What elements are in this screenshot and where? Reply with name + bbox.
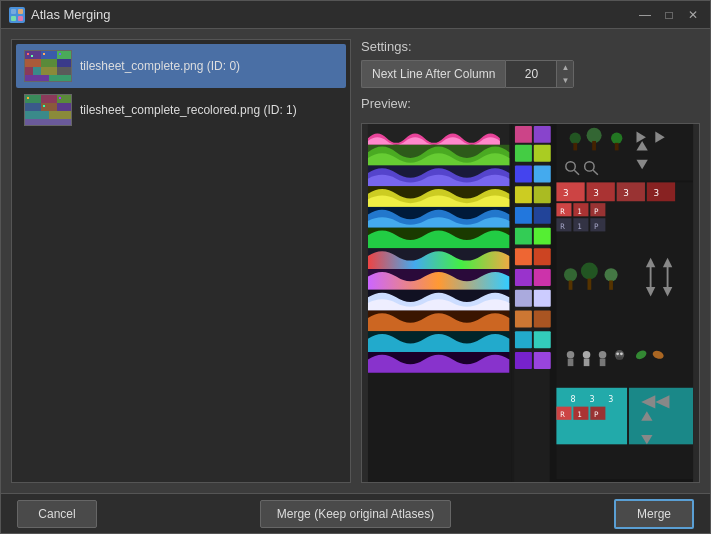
svg-point-127 [581, 262, 598, 279]
svg-rect-80 [515, 269, 532, 286]
svg-point-139 [583, 351, 591, 359]
svg-rect-19 [43, 53, 45, 55]
svg-rect-51 [573, 143, 577, 151]
svg-rect-16 [49, 75, 72, 82]
svg-rect-92 [587, 182, 615, 201]
svg-point-125 [564, 268, 577, 281]
window: Atlas Merging — □ ✕ [0, 0, 711, 534]
svg-rect-68 [515, 145, 532, 162]
svg-rect-27 [57, 103, 72, 111]
app-icon [9, 7, 25, 23]
svg-rect-140 [584, 359, 590, 367]
svg-point-129 [604, 268, 617, 281]
settings-row: Next Line After Column ▲ ▼ [361, 60, 700, 88]
svg-rect-72 [515, 186, 532, 203]
svg-rect-89 [534, 352, 551, 369]
svg-rect-90 [556, 182, 584, 201]
svg-rect-88 [515, 352, 532, 369]
svg-rect-84 [515, 311, 532, 328]
svg-rect-87 [534, 331, 551, 348]
setting-value-input[interactable] [506, 67, 556, 81]
svg-rect-8 [25, 59, 41, 67]
list-item[interactable]: tilesheet_complete_recolored.png (ID: 1) [16, 88, 346, 132]
minimize-button[interactable]: — [636, 6, 654, 24]
close-button[interactable]: ✕ [684, 6, 702, 24]
svg-rect-32 [43, 105, 45, 107]
svg-rect-3 [18, 16, 23, 21]
svg-rect-13 [41, 67, 57, 75]
svg-rect-77 [534, 228, 551, 245]
svg-rect-73 [534, 186, 551, 203]
svg-rect-18 [31, 55, 33, 57]
svg-rect-12 [33, 67, 41, 75]
settings-section: Settings: Next Line After Column ▲ ▼ [361, 39, 700, 88]
svg-rect-83 [534, 290, 551, 307]
cancel-button[interactable]: Cancel [17, 500, 97, 528]
svg-rect-142 [600, 359, 606, 367]
svg-text:P: P [594, 222, 599, 231]
left-panel: tilesheet_complete.png (ID: 0) [11, 39, 351, 483]
main-content: tilesheet_complete.png (ID: 0) [1, 29, 710, 493]
file-thumbnail [24, 94, 72, 126]
svg-rect-14 [57, 67, 72, 75]
setting-value-container: ▲ ▼ [505, 60, 574, 88]
svg-rect-53 [592, 141, 596, 150]
list-item[interactable]: tilesheet_complete.png (ID: 0) [16, 44, 346, 88]
svg-point-144 [616, 352, 619, 355]
svg-text:R: R [560, 222, 565, 231]
svg-rect-9 [41, 59, 57, 67]
svg-rect-75 [534, 207, 551, 224]
svg-rect-33 [59, 97, 61, 99]
file-name: tilesheet_complete_recolored.png (ID: 1) [80, 103, 297, 117]
setting-key: Next Line After Column [361, 60, 505, 88]
spin-up-button[interactable]: ▲ [557, 61, 573, 74]
svg-rect-66 [515, 126, 532, 143]
svg-rect-2 [11, 16, 16, 21]
svg-point-141 [599, 351, 607, 359]
titlebar-left: Atlas Merging [9, 7, 110, 23]
svg-rect-29 [49, 111, 72, 119]
svg-rect-69 [534, 145, 551, 162]
file-list[interactable]: tilesheet_complete.png (ID: 0) [11, 39, 351, 483]
svg-text:1: 1 [577, 410, 582, 419]
merge-keep-button[interactable]: Merge (Keep original Atlases) [260, 500, 451, 528]
svg-rect-67 [534, 126, 551, 143]
svg-rect-10 [57, 59, 72, 67]
svg-rect-86 [515, 331, 532, 348]
svg-rect-30 [25, 119, 72, 126]
svg-text:P: P [594, 207, 599, 216]
titlebar-controls: — □ ✕ [636, 6, 702, 24]
preview-label: Preview: [361, 96, 700, 111]
spin-down-button[interactable]: ▼ [557, 74, 573, 87]
preview-svg: 3 3 3 3 R 1 P R [362, 124, 699, 482]
svg-rect-74 [515, 207, 532, 224]
svg-rect-146 [617, 357, 623, 360]
svg-rect-20 [59, 53, 61, 55]
svg-text:R: R [560, 207, 565, 216]
merge-button[interactable]: Merge [614, 499, 694, 529]
svg-rect-96 [647, 182, 675, 201]
maximize-button[interactable]: □ [660, 6, 678, 24]
svg-text:8: 8 [571, 394, 576, 404]
preview-area: 3 3 3 3 R 1 P R [361, 123, 700, 483]
svg-rect-0 [11, 9, 16, 14]
svg-text:1: 1 [577, 222, 582, 231]
svg-rect-138 [568, 359, 574, 367]
svg-text:3: 3 [563, 187, 569, 198]
svg-rect-111 [629, 388, 693, 445]
svg-text:R: R [560, 410, 565, 419]
svg-point-145 [620, 352, 623, 355]
svg-text:3: 3 [608, 394, 613, 404]
svg-text:P: P [594, 410, 599, 419]
svg-rect-23 [41, 95, 57, 103]
svg-rect-55 [615, 143, 619, 151]
titlebar: Atlas Merging — □ ✕ [1, 1, 710, 29]
spin-buttons: ▲ ▼ [556, 61, 573, 87]
svg-rect-70 [515, 165, 532, 182]
svg-rect-79 [534, 248, 551, 265]
svg-point-50 [570, 132, 581, 143]
svg-rect-76 [515, 228, 532, 245]
svg-text:3: 3 [589, 394, 594, 404]
svg-point-52 [587, 128, 602, 143]
svg-rect-28 [25, 111, 49, 119]
